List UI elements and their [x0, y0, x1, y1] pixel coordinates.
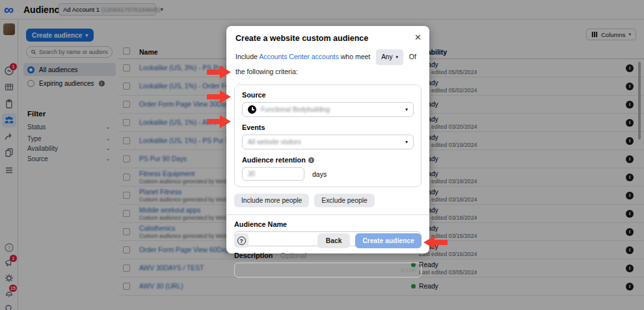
events-label: Events: [242, 123, 414, 131]
criteria-middle: who meet: [341, 53, 371, 60]
any-dropdown[interactable]: Any ▾: [376, 49, 403, 65]
create-audience-submit-button[interactable]: Create audience: [355, 233, 422, 248]
events-value: All website visitors: [248, 138, 401, 146]
events-dropdown[interactable]: All website visitors ▾: [242, 135, 414, 149]
source-label: Source: [242, 91, 414, 99]
retention-unit: days: [312, 170, 327, 178]
criteria-card: Source Functional Bodybuilding ▾ Events …: [234, 84, 422, 187]
annotation-arrow-retention: [207, 113, 232, 130]
source-dropdown[interactable]: Functional Bodybuilding ▾: [242, 102, 414, 117]
chevron-down-icon: ▾: [396, 51, 398, 64]
info-icon: i: [308, 157, 314, 163]
help-button[interactable]: ?: [234, 233, 248, 248]
annotation-arrow-events: [207, 88, 232, 105]
description-input[interactable]: 0/100: [234, 263, 422, 278]
accounts-center-link[interactable]: Accounts Center accounts: [259, 53, 339, 60]
create-website-audience-modal: Create a website custom audience ✕ Inclu…: [226, 26, 429, 253]
include-more-people-button[interactable]: Include more people: [234, 194, 309, 207]
source-value: Functional Bodybuilding: [261, 106, 401, 113]
annotation-arrow-source: [207, 64, 232, 81]
any-value: Any: [381, 51, 392, 64]
help-icon: ?: [237, 237, 246, 245]
annotation-arrow-create: [423, 234, 448, 251]
pixel-clock-icon: [248, 105, 256, 114]
retention-value: 30: [248, 170, 255, 177]
retention-input[interactable]: 30: [242, 167, 304, 181]
criteria-sentence: Include Accounts Center accounts who mee…: [226, 47, 429, 83]
exclude-people-button[interactable]: Exclude people: [314, 194, 374, 207]
description-counter: 0/100: [400, 266, 416, 274]
retention-label: Audience retention: [242, 156, 306, 164]
back-button[interactable]: Back: [317, 233, 351, 248]
screen: ∞ Audiences Ad Account 1 (12064170761948…: [0, 0, 644, 310]
chevron-down-icon: ▾: [405, 107, 408, 112]
close-icon[interactable]: ✕: [414, 32, 422, 42]
criteria-prefix: Include: [235, 53, 258, 60]
chevron-down-icon: ▾: [405, 139, 408, 145]
modal-title: Create a website custom audience: [235, 34, 368, 43]
